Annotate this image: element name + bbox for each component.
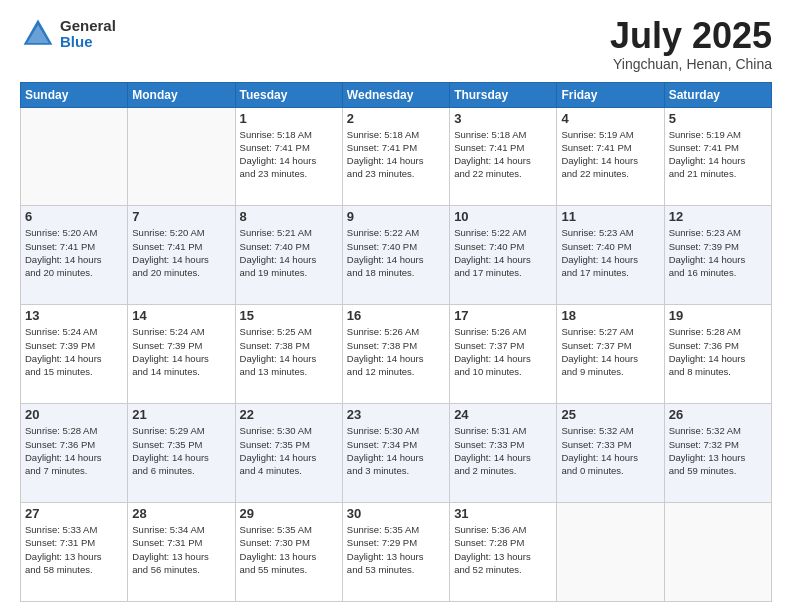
calendar-cell [664, 503, 771, 602]
calendar-cell: 8Sunrise: 5:21 AM Sunset: 7:40 PM Daylig… [235, 206, 342, 305]
day-number: 21 [132, 407, 230, 422]
calendar-cell: 5Sunrise: 5:19 AM Sunset: 7:41 PM Daylig… [664, 107, 771, 206]
day-info: Sunrise: 5:22 AM Sunset: 7:40 PM Dayligh… [347, 226, 445, 279]
day-number: 26 [669, 407, 767, 422]
day-number: 28 [132, 506, 230, 521]
calendar-cell [557, 503, 664, 602]
day-number: 29 [240, 506, 338, 521]
day-info: Sunrise: 5:24 AM Sunset: 7:39 PM Dayligh… [132, 325, 230, 378]
header: General Blue July 2025 Yingchuan, Henan,… [20, 16, 772, 72]
day-number: 8 [240, 209, 338, 224]
day-number: 16 [347, 308, 445, 323]
logo-general-text: General [60, 18, 116, 35]
day-number: 31 [454, 506, 552, 521]
day-info: Sunrise: 5:21 AM Sunset: 7:40 PM Dayligh… [240, 226, 338, 279]
weekday-header: Thursday [450, 82, 557, 107]
day-number: 12 [669, 209, 767, 224]
day-info: Sunrise: 5:18 AM Sunset: 7:41 PM Dayligh… [240, 128, 338, 181]
day-number: 27 [25, 506, 123, 521]
day-number: 23 [347, 407, 445, 422]
calendar-cell: 29Sunrise: 5:35 AM Sunset: 7:30 PM Dayli… [235, 503, 342, 602]
day-info: Sunrise: 5:23 AM Sunset: 7:40 PM Dayligh… [561, 226, 659, 279]
day-number: 3 [454, 111, 552, 126]
day-info: Sunrise: 5:30 AM Sunset: 7:35 PM Dayligh… [240, 424, 338, 477]
calendar-cell: 14Sunrise: 5:24 AM Sunset: 7:39 PM Dayli… [128, 305, 235, 404]
day-info: Sunrise: 5:28 AM Sunset: 7:36 PM Dayligh… [25, 424, 123, 477]
day-info: Sunrise: 5:18 AM Sunset: 7:41 PM Dayligh… [347, 128, 445, 181]
day-info: Sunrise: 5:25 AM Sunset: 7:38 PM Dayligh… [240, 325, 338, 378]
day-number: 25 [561, 407, 659, 422]
day-info: Sunrise: 5:36 AM Sunset: 7:28 PM Dayligh… [454, 523, 552, 576]
day-number: 20 [25, 407, 123, 422]
title-block: July 2025 Yingchuan, Henan, China [610, 16, 772, 72]
calendar-cell: 15Sunrise: 5:25 AM Sunset: 7:38 PM Dayli… [235, 305, 342, 404]
calendar-week-row: 27Sunrise: 5:33 AM Sunset: 7:31 PM Dayli… [21, 503, 772, 602]
day-info: Sunrise: 5:24 AM Sunset: 7:39 PM Dayligh… [25, 325, 123, 378]
location-subtitle: Yingchuan, Henan, China [610, 56, 772, 72]
day-number: 24 [454, 407, 552, 422]
day-info: Sunrise: 5:20 AM Sunset: 7:41 PM Dayligh… [132, 226, 230, 279]
month-title: July 2025 [610, 16, 772, 56]
day-info: Sunrise: 5:35 AM Sunset: 7:30 PM Dayligh… [240, 523, 338, 576]
day-number: 17 [454, 308, 552, 323]
day-number: 10 [454, 209, 552, 224]
calendar-cell: 22Sunrise: 5:30 AM Sunset: 7:35 PM Dayli… [235, 404, 342, 503]
calendar-cell: 24Sunrise: 5:31 AM Sunset: 7:33 PM Dayli… [450, 404, 557, 503]
day-info: Sunrise: 5:19 AM Sunset: 7:41 PM Dayligh… [669, 128, 767, 181]
calendar-cell: 23Sunrise: 5:30 AM Sunset: 7:34 PM Dayli… [342, 404, 449, 503]
calendar-cell: 10Sunrise: 5:22 AM Sunset: 7:40 PM Dayli… [450, 206, 557, 305]
calendar-cell: 21Sunrise: 5:29 AM Sunset: 7:35 PM Dayli… [128, 404, 235, 503]
day-number: 22 [240, 407, 338, 422]
day-number: 9 [347, 209, 445, 224]
day-number: 30 [347, 506, 445, 521]
calendar-cell: 13Sunrise: 5:24 AM Sunset: 7:39 PM Dayli… [21, 305, 128, 404]
day-info: Sunrise: 5:26 AM Sunset: 7:37 PM Dayligh… [454, 325, 552, 378]
day-info: Sunrise: 5:32 AM Sunset: 7:32 PM Dayligh… [669, 424, 767, 477]
day-info: Sunrise: 5:29 AM Sunset: 7:35 PM Dayligh… [132, 424, 230, 477]
day-number: 18 [561, 308, 659, 323]
calendar-week-row: 20Sunrise: 5:28 AM Sunset: 7:36 PM Dayli… [21, 404, 772, 503]
calendar-cell: 11Sunrise: 5:23 AM Sunset: 7:40 PM Dayli… [557, 206, 664, 305]
calendar-cell: 17Sunrise: 5:26 AM Sunset: 7:37 PM Dayli… [450, 305, 557, 404]
logo-text: General Blue [60, 18, 116, 51]
weekday-header-row: SundayMondayTuesdayWednesdayThursdayFrid… [21, 82, 772, 107]
calendar-cell: 4Sunrise: 5:19 AM Sunset: 7:41 PM Daylig… [557, 107, 664, 206]
calendar-cell: 30Sunrise: 5:35 AM Sunset: 7:29 PM Dayli… [342, 503, 449, 602]
day-number: 6 [25, 209, 123, 224]
day-info: Sunrise: 5:34 AM Sunset: 7:31 PM Dayligh… [132, 523, 230, 576]
day-info: Sunrise: 5:19 AM Sunset: 7:41 PM Dayligh… [561, 128, 659, 181]
calendar-cell: 12Sunrise: 5:23 AM Sunset: 7:39 PM Dayli… [664, 206, 771, 305]
weekday-header: Monday [128, 82, 235, 107]
calendar-cell: 27Sunrise: 5:33 AM Sunset: 7:31 PM Dayli… [21, 503, 128, 602]
calendar-cell: 1Sunrise: 5:18 AM Sunset: 7:41 PM Daylig… [235, 107, 342, 206]
calendar-week-row: 13Sunrise: 5:24 AM Sunset: 7:39 PM Dayli… [21, 305, 772, 404]
day-info: Sunrise: 5:28 AM Sunset: 7:36 PM Dayligh… [669, 325, 767, 378]
day-info: Sunrise: 5:27 AM Sunset: 7:37 PM Dayligh… [561, 325, 659, 378]
calendar-cell: 6Sunrise: 5:20 AM Sunset: 7:41 PM Daylig… [21, 206, 128, 305]
day-number: 14 [132, 308, 230, 323]
calendar-cell: 7Sunrise: 5:20 AM Sunset: 7:41 PM Daylig… [128, 206, 235, 305]
calendar-cell: 26Sunrise: 5:32 AM Sunset: 7:32 PM Dayli… [664, 404, 771, 503]
day-info: Sunrise: 5:32 AM Sunset: 7:33 PM Dayligh… [561, 424, 659, 477]
day-number: 11 [561, 209, 659, 224]
day-info: Sunrise: 5:20 AM Sunset: 7:41 PM Dayligh… [25, 226, 123, 279]
weekday-header: Friday [557, 82, 664, 107]
calendar-cell: 25Sunrise: 5:32 AM Sunset: 7:33 PM Dayli… [557, 404, 664, 503]
calendar-cell: 3Sunrise: 5:18 AM Sunset: 7:41 PM Daylig… [450, 107, 557, 206]
calendar-cell [21, 107, 128, 206]
calendar-cell: 31Sunrise: 5:36 AM Sunset: 7:28 PM Dayli… [450, 503, 557, 602]
page: General Blue July 2025 Yingchuan, Henan,… [0, 0, 792, 612]
calendar-week-row: 6Sunrise: 5:20 AM Sunset: 7:41 PM Daylig… [21, 206, 772, 305]
logo-blue-text: Blue [60, 34, 116, 51]
calendar-cell: 18Sunrise: 5:27 AM Sunset: 7:37 PM Dayli… [557, 305, 664, 404]
logo: General Blue [20, 16, 116, 52]
day-info: Sunrise: 5:30 AM Sunset: 7:34 PM Dayligh… [347, 424, 445, 477]
day-number: 15 [240, 308, 338, 323]
day-number: 7 [132, 209, 230, 224]
day-number: 1 [240, 111, 338, 126]
day-info: Sunrise: 5:26 AM Sunset: 7:38 PM Dayligh… [347, 325, 445, 378]
calendar-week-row: 1Sunrise: 5:18 AM Sunset: 7:41 PM Daylig… [21, 107, 772, 206]
day-info: Sunrise: 5:33 AM Sunset: 7:31 PM Dayligh… [25, 523, 123, 576]
logo-icon [20, 16, 56, 52]
day-number: 19 [669, 308, 767, 323]
